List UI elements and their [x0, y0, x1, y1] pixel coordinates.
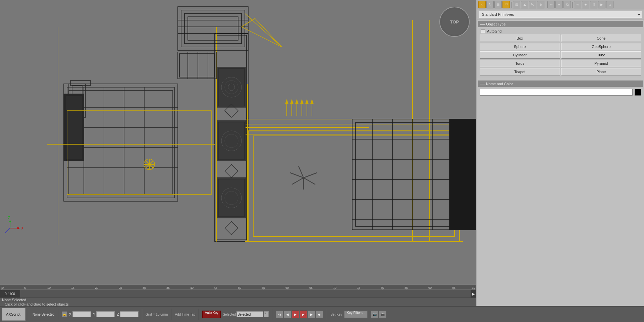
- svg-text:60: 60: [285, 286, 289, 289]
- key-filters-button[interactable]: Key Filters...: [344, 311, 368, 318]
- percent-snap-icon[interactable]: %: [529, 1, 536, 8]
- primitives-select[interactable]: Standard Primitives Extended Primitives …: [479, 11, 642, 18]
- ruler-svg: 0 5 10 15 20 25 30 35 40 45 50 55 60: [1, 285, 475, 290]
- object-type-header: — Object Type: [478, 21, 643, 27]
- name-input[interactable]: [480, 89, 633, 96]
- none-selected-label: None Selected: [33, 313, 55, 316]
- none-selected-field: None Selected: [33, 313, 55, 316]
- autogrid-checkbox[interactable]: [481, 29, 485, 33]
- y-label: Y: [93, 312, 95, 316]
- axscript-button[interactable]: AXScript.: [2, 308, 25, 321]
- rotate-icon[interactable]: ↻: [486, 1, 494, 8]
- pointer-icon[interactable]: ↖: [478, 1, 486, 8]
- time-tag-area: Add Time Tag: [175, 313, 195, 316]
- ruler: 0 5 10 15 20 25 30 35 40 45 50 55 60: [0, 285, 476, 290]
- render-icon[interactable]: ▶: [598, 1, 605, 8]
- y-input[interactable]: [96, 311, 115, 317]
- autogrid-row: AutoGrid: [478, 29, 643, 34]
- selected-field: Selected ▾: [223, 311, 269, 317]
- autogrid-label: AutoGrid: [487, 29, 501, 33]
- svg-rect-89: [449, 119, 476, 230]
- scene-svg: X Z: [0, 0, 476, 306]
- angle-snap-icon[interactable]: ∠: [521, 1, 528, 8]
- object-type-section: — Object Type AutoGrid Box Cone Sphere G…: [477, 19, 644, 79]
- prev-frame-button[interactable]: ◀: [284, 311, 291, 318]
- svg-text:35: 35: [166, 286, 170, 289]
- playback-controls: ⏮ ◀ ▶ ▶| ▶ ⏭: [276, 311, 323, 318]
- grid-label: Grid = 10.0mm: [146, 313, 168, 316]
- object-type-buttons: Box Cone Sphere GeoSphere Cylinder Tube …: [478, 34, 643, 77]
- svg-text:45: 45: [214, 286, 217, 289]
- skip-to-end-button[interactable]: ⏭: [316, 311, 323, 318]
- name-color-section: — Name and Color: [477, 79, 644, 98]
- autokey-button[interactable]: Auto Key: [202, 311, 221, 318]
- pyramid-button[interactable]: Pyramid: [561, 60, 642, 67]
- tube-button[interactable]: Tube: [561, 51, 642, 59]
- skip-to-start-button[interactable]: ⏮: [276, 311, 283, 318]
- show-render-icon[interactable]: □: [606, 1, 613, 8]
- separator-3: [142, 309, 142, 320]
- svg-text:85: 85: [405, 286, 408, 289]
- svg-text:5: 5: [24, 286, 26, 289]
- name-color-header: — Name and Color: [478, 80, 643, 87]
- torus-button[interactable]: Torus: [480, 60, 560, 67]
- selected-input[interactable]: [236, 311, 263, 317]
- z-label: Z: [117, 312, 119, 316]
- cylinder-button[interactable]: Cylinder: [480, 51, 560, 59]
- z-input[interactable]: [120, 311, 139, 317]
- viewcube[interactable]: TOP: [439, 7, 470, 37]
- geosphere-button[interactable]: GeoSphere: [561, 43, 642, 50]
- svg-text:Z: Z: [8, 216, 10, 220]
- teapot-button[interactable]: Teapot: [480, 68, 560, 75]
- svg-text:95: 95: [452, 286, 455, 289]
- play-button[interactable]: ▶: [292, 311, 299, 318]
- name-color-minus-icon: —: [480, 81, 485, 86]
- grid-field: Grid = 10.0mm: [146, 313, 168, 316]
- spinner-snap-icon[interactable]: ⊕: [537, 1, 544, 8]
- select-region-icon[interactable]: ⬚: [502, 1, 510, 8]
- viewcube-label: TOP: [450, 19, 459, 24]
- color-swatch[interactable]: [635, 89, 641, 96]
- timeline-right-arrow[interactable]: ▶: [471, 290, 476, 298]
- sphere-button[interactable]: Sphere: [480, 43, 560, 50]
- svg-text:55: 55: [262, 286, 265, 289]
- curve-editor-icon[interactable]: ∿: [574, 1, 581, 8]
- render-icons-group: 📷 🎬: [371, 311, 386, 318]
- camera-icon[interactable]: 📷: [371, 311, 378, 318]
- object-type-title: Object Type: [486, 22, 506, 26]
- separator-7: [327, 309, 327, 320]
- timeline-area: 0 / 100 ▶: [0, 290, 476, 298]
- snap-icon[interactable]: ⊡: [513, 1, 520, 8]
- name-color-row: [478, 88, 643, 96]
- timeline-slider[interactable]: [20, 290, 471, 298]
- svg-text:X: X: [21, 226, 23, 230]
- separator-2: [58, 309, 58, 320]
- play-selected-button[interactable]: ▶|: [300, 311, 307, 318]
- separator-5: [199, 309, 199, 320]
- svg-text:80: 80: [381, 286, 384, 289]
- right-panel: ↖ ↻ ⊞ ⬚ ⊡ ∠ % ⊕ ⇔ ≡ ⧉ ∿ ◈ ⚙ ▶ □ Standard…: [476, 0, 644, 322]
- layer-icon[interactable]: ⧉: [564, 1, 571, 8]
- plane-button[interactable]: Plane: [561, 68, 642, 75]
- viewport[interactable]: Perspectiva: [0, 0, 476, 306]
- mirror-icon[interactable]: ⇔: [547, 1, 555, 8]
- svg-text:10: 10: [47, 286, 51, 289]
- svg-text:30: 30: [143, 286, 146, 289]
- render-small-icon[interactable]: 🎬: [379, 311, 386, 318]
- cone-button[interactable]: Cone: [561, 35, 642, 42]
- svg-rect-101: [217, 121, 246, 161]
- material-icon[interactable]: ◈: [582, 1, 589, 8]
- svg-text:0: 0: [2, 286, 4, 289]
- render-setup-icon[interactable]: ⚙: [590, 1, 597, 8]
- set-key-label: Set Key: [330, 313, 342, 316]
- x-input[interactable]: [72, 311, 91, 317]
- scale-icon[interactable]: ⊞: [494, 1, 502, 8]
- statusbar: None Selected Click or click-and-drag to…: [0, 298, 476, 306]
- selected-dropdown[interactable]: ▾: [264, 311, 269, 317]
- coord-group-x: X: [69, 311, 91, 317]
- box-button[interactable]: Box: [480, 35, 560, 42]
- lock-icon[interactable]: 🔒: [62, 311, 67, 317]
- align-icon[interactable]: ≡: [555, 1, 563, 8]
- next-frame-button[interactable]: ▶: [308, 311, 315, 318]
- panel-content-area: [477, 98, 644, 322]
